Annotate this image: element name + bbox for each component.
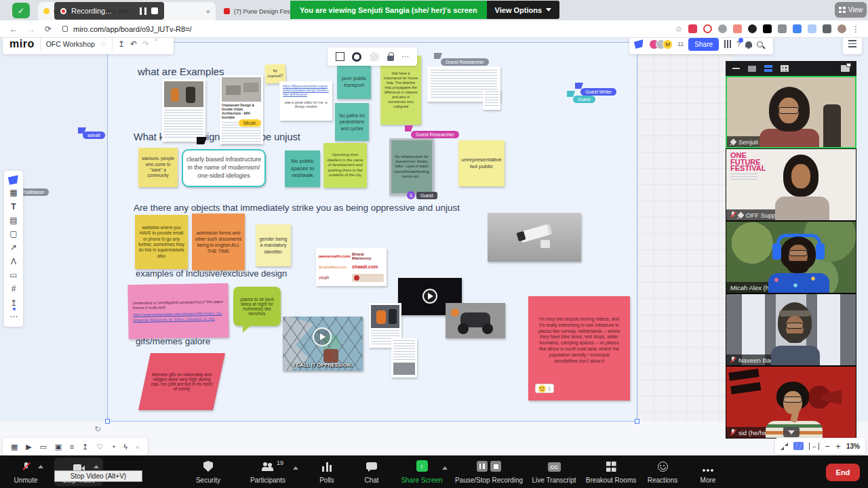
extension-b-icon[interactable] xyxy=(763,24,772,33)
heading-examples[interactable]: what are Examples xyxy=(138,66,224,77)
fit-to-screen-icon[interactable]: ↔ xyxy=(809,443,819,450)
image-motorcycle[interactable] xyxy=(446,303,505,338)
avatar[interactable]: M xyxy=(663,39,673,49)
video-tile-micah[interactable]: Micah Alex (he/him) xyxy=(726,221,856,293)
redo-icon[interactable]: ↷ xyxy=(142,39,149,49)
note-link-99pi[interactable]: https://99percentinvisible.org/episode/u… xyxy=(279,81,332,121)
timer-icon[interactable]: ◔ xyxy=(111,443,116,451)
paper-link-text[interactable]: https://www.researchgate.net/publication… xyxy=(133,311,224,323)
frame-handle[interactable] xyxy=(635,419,639,424)
fullscreen-icon[interactable] xyxy=(781,443,788,450)
video-tile-senjuti[interactable]: Senjuti Sangia (she/ h... xyxy=(726,76,856,148)
sticky-saviours[interactable]: saviours- people who come to "save" a co… xyxy=(138,148,178,187)
frames-icon[interactable]: ▦ xyxy=(11,443,18,451)
stop-recording-icon[interactable] xyxy=(151,7,158,14)
settings-sliders-icon[interactable] xyxy=(724,40,732,48)
sticky-no-paths[interactable]: No paths for pedestrians and cycles xyxy=(335,103,369,141)
canvas-grid-zone[interactable] xyxy=(637,38,732,422)
image-matrimony-sites[interactable]: jeevansathi.com Bharat Matrimony SimplyM… xyxy=(316,248,387,286)
extension-camera-icon[interactable] xyxy=(778,24,787,33)
end-meeting-button[interactable]: End xyxy=(826,464,860,481)
lock-icon[interactable] xyxy=(387,56,394,61)
miro-logo[interactable]: miro xyxy=(9,38,35,50)
favorite-star-icon[interactable]: ☆ xyxy=(100,41,106,48)
minimize-icon[interactable] xyxy=(732,68,740,69)
url-text[interactable]: miro.com/app/board/o9J_lUTv-R8=/ xyxy=(73,25,192,33)
comments-icon[interactable]: ▭ xyxy=(39,443,46,451)
recording-widget[interactable]: Recording... xyxy=(54,2,164,20)
shape-memes-parallelogram[interactable]: Memes/ gifs on nationality and religion … xyxy=(138,353,225,410)
sticky-uprooting-slums[interactable]: Uprooting slum dwellers in the name of d… xyxy=(323,143,367,188)
bookmark-star-icon[interactable]: ☆ xyxy=(675,24,682,34)
rotate-handle-icon[interactable]: ↻ xyxy=(94,424,101,434)
browser-menu-icon[interactable]: ⋮ xyxy=(852,24,860,34)
templates-tool-icon[interactable]: ▦ xyxy=(9,188,17,197)
square-shape-icon[interactable] xyxy=(336,52,344,61)
heading-unjust-design[interactable]: What kind of design tends to be unjust xyxy=(134,131,300,142)
play-icon[interactable] xyxy=(313,327,332,346)
zoom-level[interactable]: 13% xyxy=(846,443,860,450)
zoom-in-icon[interactable]: + xyxy=(835,441,841,451)
sticky-gender-identifier[interactable]: gender being a mandatory identifier xyxy=(256,224,291,266)
sticky-note-tool-icon[interactable]: ▤ xyxy=(9,216,17,225)
note-small[interactable] xyxy=(483,89,500,110)
help-icon[interactable]: ? xyxy=(736,40,741,48)
comment-tool-icon[interactable]: ▭ xyxy=(9,270,17,280)
presentation-icon[interactable]: ▶ xyxy=(26,443,31,451)
play-icon[interactable] xyxy=(422,289,437,304)
close-tab-icon[interactable]: × xyxy=(206,7,210,16)
collapse-dock-icon[interactable]: « xyxy=(136,443,140,451)
sticky-house-help[interactable]: that have a importance for house help. T… xyxy=(380,56,421,125)
board-title[interactable]: OFC Workshop xyxy=(46,40,95,48)
minimap-icon[interactable] xyxy=(793,442,804,450)
export-board-icon[interactable]: ↥ xyxy=(82,443,88,451)
sticky-unrepresentative[interactable]: unrepresentative but public xyxy=(458,140,505,186)
article-card-unpleasant-design[interactable]: Unpleasant Design & Hostile Urban Archit… xyxy=(220,75,263,144)
collaborator-count[interactable]: 11 xyxy=(677,41,684,47)
unmute-options-chevron[interactable] xyxy=(38,465,43,468)
sticky-admission-forms[interactable]: admission forms and other such documents… xyxy=(192,214,245,270)
more-tools-icon[interactable]: ⋯ xyxy=(9,312,18,321)
sticky-no-public-spaces[interactable]: No public spaces to rest/walk xyxy=(285,150,320,187)
gallery-view-icon[interactable] xyxy=(764,65,772,72)
extension-pink-icon[interactable] xyxy=(733,24,742,33)
voting-icon[interactable]: ♡ xyxy=(96,443,103,451)
reload-icon[interactable]: ⟳ xyxy=(45,24,52,34)
pen-tool-icon[interactable]: Λ xyxy=(11,257,16,266)
sticky-websites-email[interactable]: websites where you HAVE to provide email… xyxy=(135,215,188,269)
arrow-tool-icon[interactable]: ↗ xyxy=(10,243,17,252)
back-icon[interactable]: ← xyxy=(9,24,18,34)
more-button[interactable]: More xyxy=(681,460,735,484)
extension-pen-icon[interactable] xyxy=(808,24,816,33)
participants-options-chevron[interactable] xyxy=(293,466,298,470)
share-options-chevron[interactable] xyxy=(442,466,448,470)
sticky-no-infrastructure-women[interactable]: No infrastructure for women/non- binary … xyxy=(389,138,434,195)
forward-icon[interactable]: → xyxy=(27,24,35,34)
profile-avatar[interactable] xyxy=(837,24,846,33)
gif-squidward-oppression[interactable]: I CALL IT OPPRESSION. xyxy=(283,317,363,371)
extension-percent-icon[interactable] xyxy=(688,24,697,33)
list-icon[interactable]: ≡ xyxy=(70,443,74,451)
grid-view-icon[interactable] xyxy=(781,65,789,72)
extension-opera-icon[interactable] xyxy=(703,24,712,33)
collapse-videos-chevron[interactable] xyxy=(783,427,800,437)
text-tool-icon[interactable]: T xyxy=(11,202,16,211)
security-button[interactable]: Security xyxy=(178,460,239,484)
search-icon[interactable] xyxy=(757,41,763,47)
transparent-fill-icon[interactable] xyxy=(370,52,379,62)
shape-biased-infrastructure[interactable]: clearly biased infrastructure in the nam… xyxy=(182,149,266,187)
frame-handle[interactable] xyxy=(105,419,110,424)
cards-icon[interactable]: ▣ xyxy=(55,443,62,451)
popout-icon[interactable] xyxy=(841,65,850,72)
zoom-view-button[interactable]: View xyxy=(835,2,867,18)
article-card-domestic-workers[interactable] xyxy=(162,79,205,142)
zoom-out-icon[interactable]: − xyxy=(825,441,830,451)
extension-blue-icon[interactable] xyxy=(793,24,802,33)
video-tile-naveen[interactable]: Naveen Bagalkot xyxy=(726,293,856,366)
collaborator-cursor-icon[interactable] xyxy=(634,39,645,48)
link-text[interactable]: https://99percentinvisible.org/episode/u… xyxy=(283,85,329,98)
select-tool-icon[interactable] xyxy=(8,176,20,185)
sticky-paper-link[interactable]: Unintended or Unmitigated consequences? … xyxy=(127,283,229,340)
frame-tool-icon[interactable]: # xyxy=(12,284,16,293)
shape-tool-icon[interactable]: ▢ xyxy=(9,229,17,239)
